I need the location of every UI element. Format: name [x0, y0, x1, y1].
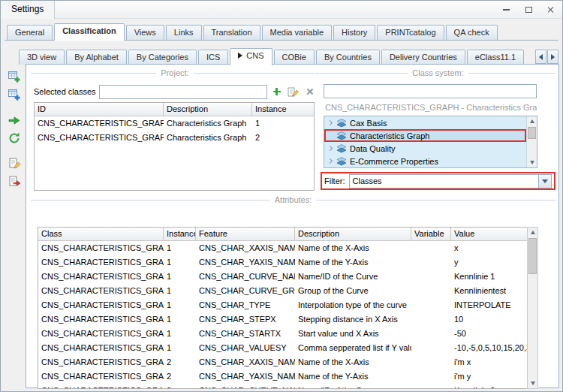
subtab-by-categories[interactable]: By Categories — [128, 50, 197, 65]
tree-item-e-commerce-properties[interactable]: E-Commerce Properties — [324, 155, 526, 167]
attributes-table-row[interactable]: CNS_CHARACTERISTICS_GRAPH2CNS_CHAR_CURVE… — [38, 384, 527, 389]
doc-edit-icon — [8, 157, 21, 172]
tree-item-label: Characteristics Graph — [350, 131, 429, 140]
attributes-scrollbar[interactable] — [527, 227, 538, 389]
cell — [411, 327, 451, 341]
tab-classification[interactable]: Classification — [54, 23, 125, 41]
subtab-cns[interactable]: CNS — [230, 48, 272, 65]
tab-translation[interactable]: Translation — [203, 25, 260, 40]
tab-views[interactable]: Views — [126, 25, 164, 40]
refresh-classes-button[interactable] — [6, 131, 23, 146]
attributes-table-row[interactable]: CNS_CHARACTERISTICS_GRAPH1CNS_CHAR_XAXIS… — [38, 241, 527, 255]
edit-report-button[interactable] — [6, 157, 23, 172]
tree-item-label: Cax Basis — [350, 119, 387, 128]
filter-dropdown-button[interactable] — [538, 175, 551, 188]
tab-links[interactable]: Links — [166, 25, 202, 40]
class-icon — [336, 157, 347, 166]
class-tree-scrollbar[interactable] — [526, 116, 537, 167]
subtab-cobie[interactable]: COBie — [274, 50, 315, 65]
attributes-table-row[interactable]: CNS_CHARACTERISTICS_GRAPH1CNS_CHAR_VALUE… — [38, 341, 527, 355]
subtab-delivery-countries[interactable]: Delivery Countries — [381, 50, 465, 65]
subtab-by-alphabet[interactable]: By Alphabet — [66, 50, 127, 65]
attributes-table-header: ClassInstanceFeatureDescriptionVariableV… — [38, 228, 527, 241]
cell: CNS_CHARACTERISTICS_GRAPH — [38, 284, 164, 298]
doc-export-icon — [8, 175, 21, 190]
expand-chevron-icon[interactable] — [327, 146, 333, 151]
cell: CNS_CHARACTERISTICS_GRAPH — [38, 369, 164, 384]
subtab-label: By Countries — [324, 53, 372, 62]
selected-class-path: CNS_CHARACTERISTICS_GRAPH - Characterist… — [325, 103, 537, 112]
add-class-button[interactable] — [6, 70, 23, 85]
subtab-ics[interactable]: ICS — [198, 50, 228, 65]
add-instance-button[interactable] — [6, 88, 23, 103]
tab-printcatalog[interactable]: PRINTcatalog — [377, 25, 444, 40]
attributes-table-row[interactable]: CNS_CHARACTERISTICS_GRAPH1CNS_CHAR_YAXIS… — [38, 255, 527, 270]
add-selected-class-button[interactable] — [270, 85, 284, 98]
arrow-up-icon — [531, 231, 535, 234]
scrollbar-thumb[interactable] — [528, 238, 537, 274]
cell: Start value und X Axis — [295, 327, 411, 341]
close-button[interactable] — [540, 1, 562, 19]
class-search-input[interactable] — [324, 84, 537, 98]
subtab-label: Delivery Countries — [390, 53, 457, 62]
cell: Name/ID of the Curve — [295, 270, 411, 284]
expand-chevron-icon[interactable] — [327, 158, 333, 164]
clear-selected-class-button[interactable] — [303, 85, 317, 98]
close-icon — [547, 6, 555, 14]
cell: CNS_CHAR_XAXIS_NAME — [196, 355, 295, 369]
column-header-variable[interactable]: Variable — [411, 228, 451, 241]
tab-history[interactable]: History — [333, 25, 375, 40]
attributes-table-row[interactable]: CNS_CHARACTERISTICS_GRAPH1CNS_CHAR_STEPX… — [38, 312, 527, 327]
cell: 1 — [164, 284, 196, 298]
minimize-button[interactable] — [495, 1, 517, 19]
tree-item-cax-basis[interactable]: Cax Basis — [324, 116, 526, 129]
scrollbar-thumb[interactable] — [528, 127, 536, 139]
tab-scroll-left-button[interactable] — [535, 50, 546, 64]
column-header-description[interactable]: Description — [295, 228, 411, 241]
subtab-3d-view[interactable]: 3D view — [19, 50, 65, 65]
tab-general[interactable]: General — [7, 25, 53, 40]
scroll-up-button[interactable] — [528, 228, 537, 237]
attributes-table-row[interactable]: CNS_CHARACTERISTICS_GRAPH1CNS_CHAR_START… — [38, 327, 527, 341]
cell: Characteristics Graph — [164, 116, 252, 131]
cell: Group of the Curve — [295, 284, 411, 298]
cell: Characteristics Graph — [164, 131, 252, 145]
subtab-eclass11-1[interactable]: eClass11.1 — [467, 50, 524, 65]
cell: CNS_CHAR_STARTX — [196, 327, 295, 341]
cell: Name of the X-Axis — [295, 241, 411, 255]
tab-qa-check[interactable]: QA check — [446, 25, 498, 40]
column-header-instance[interactable]: Instance — [164, 228, 196, 241]
subtab-by-countries[interactable]: By Countries — [316, 50, 380, 65]
export-report-button[interactable] — [6, 175, 23, 190]
column-header-description[interactable]: Description — [164, 103, 252, 116]
column-header-class[interactable]: Class — [38, 228, 164, 241]
column-header-instance[interactable]: Instance — [252, 103, 314, 116]
filter-combobox[interactable]: Classes — [349, 174, 552, 188]
attributes-table-row[interactable]: CNS_CHARACTERISTICS_GRAPH1CNS_CHAR_TYPEI… — [38, 298, 527, 312]
scroll-down-button[interactable] — [527, 158, 537, 167]
column-header-value[interactable]: Value — [451, 228, 527, 241]
tree-item-data-quality[interactable]: Data Quality — [324, 142, 526, 155]
edit-selected-class-button[interactable] — [287, 85, 300, 98]
project-table-row[interactable]: CNS_CHARACTERISTICS_GRAPHCharacteristics… — [35, 116, 314, 131]
column-header-feature[interactable]: Feature — [196, 228, 295, 241]
cell: CNS_CHAR_YAXIS_NAME — [196, 255, 295, 270]
column-header-id[interactable]: ID — [35, 103, 164, 116]
assign-class-button[interactable] — [6, 113, 23, 128]
attributes-table-row[interactable]: CNS_CHARACTERISTICS_GRAPH2CNS_CHAR_YAXIS… — [38, 369, 527, 384]
attributes-table-row[interactable]: CNS_CHARACTERISTICS_GRAPH2CNS_CHAR_XAXIS… — [38, 355, 527, 369]
tab-media-variable[interactable]: Media variable — [262, 25, 333, 40]
cell: Name of the Y-Axis — [295, 369, 411, 384]
tree-item-characteristics-graph[interactable]: Characteristics Graph — [324, 129, 526, 142]
expand-chevron-icon[interactable] — [327, 120, 333, 125]
scroll-down-button[interactable] — [528, 378, 537, 388]
maximize-button[interactable] — [517, 1, 540, 19]
project-table-row[interactable]: CNS_CHARACTERISTICS_GRAPHCharacteristics… — [35, 131, 314, 145]
attributes-table-row[interactable]: CNS_CHARACTERISTICS_GRAPH1CNS_CHAR_CURVE… — [38, 270, 527, 284]
selected-classes-input[interactable] — [99, 85, 267, 99]
scroll-up-button[interactable] — [527, 116, 537, 126]
maximize-icon — [525, 7, 532, 13]
tab-scroll-right-button[interactable] — [547, 50, 558, 64]
attributes-table-row[interactable]: CNS_CHARACTERISTICS_GRAPH1CNS_CHAR_CURVE… — [38, 284, 527, 298]
subtab-label: COBie — [282, 53, 306, 62]
